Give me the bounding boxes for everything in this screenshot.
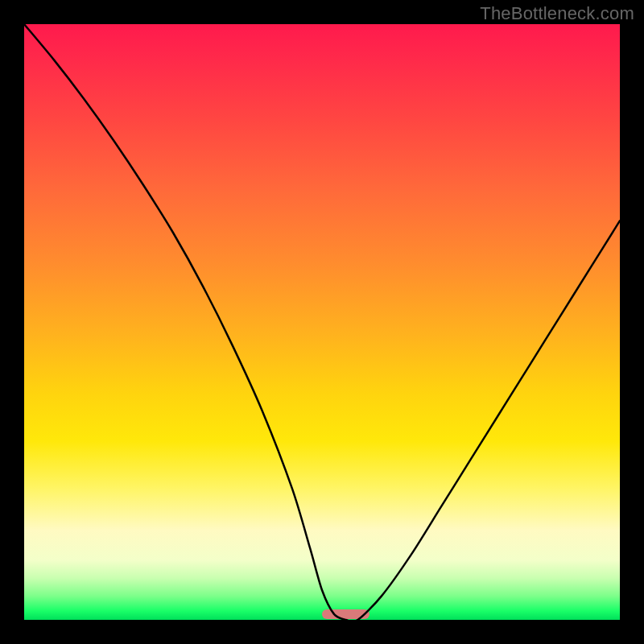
background-gradient xyxy=(24,24,620,620)
watermark-text: TheBottleneck.com xyxy=(480,3,634,24)
plot-area xyxy=(24,24,620,620)
chart-frame: TheBottleneck.com xyxy=(0,0,644,644)
